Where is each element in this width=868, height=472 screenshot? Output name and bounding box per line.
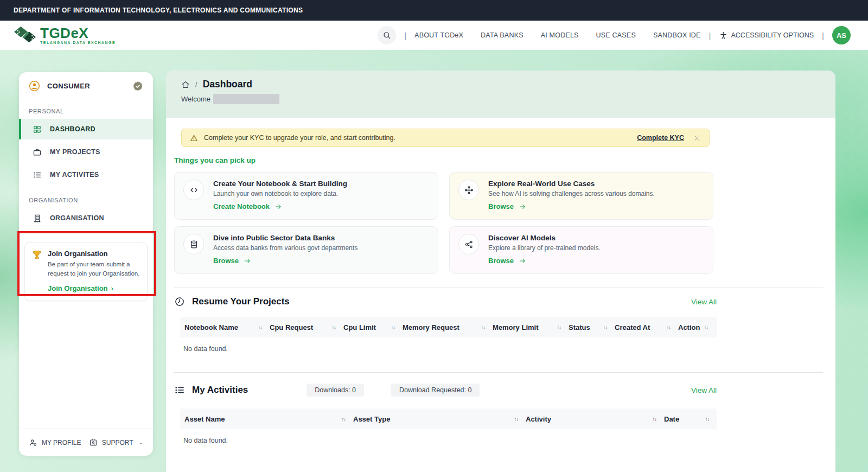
arrow-right-icon xyxy=(519,203,526,211)
support-button[interactable]: SUPPORT ⌄ xyxy=(89,438,143,447)
page-header-strip: / Dashboard Welcome xyxy=(166,71,835,118)
pickup-card[interactable]: Discover AI Models Explore a library of … xyxy=(449,226,713,274)
sort-icon[interactable]: ↑↓ xyxy=(557,324,561,330)
chevron-right-icon: › xyxy=(111,284,113,292)
header-nav: | ABOUT TGDeXDATA BANKSAI MODELSUSE CASE… xyxy=(378,26,851,44)
breadcrumb-separator: / xyxy=(195,80,197,88)
welcome-name-redacted xyxy=(213,94,279,104)
nav-link[interactable]: USE CASES xyxy=(596,31,636,39)
main-content: / Dashboard Welcome Complete your KYC to… xyxy=(166,71,835,472)
sidebar: CONSUMER PERSONAL DASHBOARD MY PROJECT xyxy=(19,72,153,456)
sort-icon[interactable]: ↑↓ xyxy=(603,324,608,330)
kyc-message: Complete your KYC to upgrade your role, … xyxy=(204,134,395,142)
join-organisation-link[interactable]: Join Organisation› xyxy=(48,284,113,292)
projects-table-header: Notebook Name ↑↓ Cpu Request ↑↓ Cpu Limi… xyxy=(180,317,717,337)
pickup-card[interactable]: Explore Real-World Use Cases See how AI … xyxy=(449,172,713,220)
card-title: Discover AI Models xyxy=(488,234,601,242)
projects-heading: Resume Your Projects xyxy=(192,296,290,307)
join-card-description: Be part of your team-submit a request to… xyxy=(48,260,141,278)
sidebar-item[interactable]: DASHBOARD xyxy=(19,119,153,139)
sort-icon[interactable]: ↑↓ xyxy=(514,416,519,422)
downloads-badge: Downloads: 0 xyxy=(307,384,364,397)
home-icon[interactable] xyxy=(181,80,190,89)
support-icon xyxy=(89,438,98,447)
sidebar-organisation-items: ORGANISATION xyxy=(19,208,153,228)
arrow-right-icon xyxy=(519,257,526,265)
sidebar-footer: MY PROFILE SUPPORT ⌄ xyxy=(19,429,153,456)
use-cases-icon xyxy=(458,180,479,200)
sort-icon[interactable]: ↑↓ xyxy=(342,416,346,422)
sidebar-personal-items: DASHBOARD MY PROJECTS MY ACTIVITES xyxy=(19,119,153,185)
sidebar-item[interactable]: MY PROJECTS xyxy=(19,142,153,162)
card-description: See how AI is solving challenges across … xyxy=(488,190,655,197)
column-header: Notebook Name ↑↓ xyxy=(184,323,270,331)
projects-view-all-link[interactable]: View All xyxy=(691,298,717,306)
header: TGDeX TELANGANA DATA EXCHANGE | ABOUT TG… xyxy=(0,21,868,50)
sort-icon[interactable]: ↑↓ xyxy=(704,324,709,330)
card-action-link[interactable]: Create Notebook xyxy=(213,202,347,211)
dashboard-grid-icon xyxy=(33,125,42,134)
pickup-cards: Create Your Notebook & Start Building La… xyxy=(174,172,717,274)
card-action-link[interactable]: Browse xyxy=(488,257,601,265)
role-label: CONSUMER xyxy=(47,82,90,90)
accessibility-icon xyxy=(719,31,727,40)
sort-icon[interactable]: ↑↓ xyxy=(481,324,486,330)
search-button[interactable] xyxy=(378,26,396,44)
activities-table-header: Asset Name ↑↓ Asset Type ↑↓ Activity ↑↓ … xyxy=(180,409,717,429)
activities-heading: My Activities xyxy=(192,385,248,396)
nav-link[interactable]: SANDBOX IDE xyxy=(653,31,701,39)
sidebar-item[interactable]: MY ACTIVITES xyxy=(19,164,153,185)
sort-icon[interactable]: ↑↓ xyxy=(653,416,657,422)
sidebar-item-label: MY PROJECTS xyxy=(50,148,100,156)
nav-link[interactable]: ABOUT TGDeX xyxy=(414,31,463,39)
projects-empty-text: No data found. xyxy=(183,345,835,353)
column-header: Cpu Request ↑↓ xyxy=(270,323,343,331)
nav-separator: | xyxy=(709,31,711,40)
column-header: Asset Type ↑↓ xyxy=(353,415,526,423)
nav-links: ABOUT TGDeXDATA BANKSAI MODELSUSE CASESS… xyxy=(414,31,701,39)
activities-view-all-link[interactable]: View All xyxy=(691,386,717,394)
user-avatar[interactable]: AS xyxy=(832,26,851,44)
column-header: Action ↑↓ xyxy=(678,323,716,331)
card-description: Launch your own notebook to explore data… xyxy=(213,190,347,197)
download-requested-badge: Download Requested: 0 xyxy=(391,384,480,397)
sort-icon[interactable]: ↑↓ xyxy=(705,416,710,422)
sidebar-divider xyxy=(27,99,145,99)
briefcase-icon xyxy=(33,148,42,157)
close-icon[interactable] xyxy=(694,135,701,142)
card-title: Explore Real-World Use Cases xyxy=(488,180,655,188)
sidebar-item[interactable]: ORGANISATION xyxy=(19,208,153,228)
sort-icon[interactable]: ↑↓ xyxy=(667,324,671,330)
card-action-link[interactable]: Browse xyxy=(488,202,655,211)
section-label-organisation: ORGANISATION xyxy=(29,197,143,203)
card-action-link[interactable]: Browse xyxy=(213,257,358,265)
pickup-card[interactable]: Create Your Notebook & Start Building La… xyxy=(174,172,438,220)
pickup-card[interactable]: Dive into Public Sector Data Banks Acces… xyxy=(174,226,438,274)
logo-subtitle: TELANGANA DATA EXCHANGE xyxy=(40,41,116,45)
department-title: DEPARTMENT OF INFORMATION TECHNOLOGY, EL… xyxy=(14,7,303,14)
sort-icon[interactable]: ↑↓ xyxy=(258,324,263,330)
breadcrumb: / Dashboard xyxy=(181,79,835,90)
column-header: Asset Name ↑↓ xyxy=(184,415,353,423)
nav-link[interactable]: DATA BANKS xyxy=(481,31,524,39)
arrow-right-icon xyxy=(275,203,282,211)
nav-link[interactable]: AI MODELS xyxy=(541,31,579,39)
my-profile-button[interactable]: MY PROFILE xyxy=(29,438,81,447)
sort-icon[interactable]: ↑↓ xyxy=(391,324,395,330)
tgdex-logo[interactable]: TGDeX TELANGANA DATA EXCHANGE xyxy=(14,25,116,46)
trophy-icon xyxy=(31,250,42,293)
chevron-down-icon: ⌄ xyxy=(139,439,143,445)
complete-kyc-link[interactable]: Complete KYC xyxy=(637,134,684,142)
accessibility-label: ACCESSIBILITY OPTIONS xyxy=(731,31,814,39)
section-divider xyxy=(174,288,823,288)
pickup-heading: Things you can pick up xyxy=(174,156,835,164)
projects-section-header: Resume Your Projects View All xyxy=(174,296,717,307)
nav-separator: | xyxy=(404,31,406,40)
sort-icon[interactable]: ↑↓ xyxy=(332,324,336,330)
column-header: Memory Limit ↑↓ xyxy=(493,323,569,331)
welcome-label: Welcome xyxy=(181,95,210,103)
card-description: Explore a library of pre-trained models. xyxy=(488,244,601,252)
accessibility-options-button[interactable]: ACCESSIBILITY OPTIONS xyxy=(719,31,814,40)
column-header: Memory Request ↑↓ xyxy=(403,323,493,331)
clock-icon xyxy=(174,296,185,307)
